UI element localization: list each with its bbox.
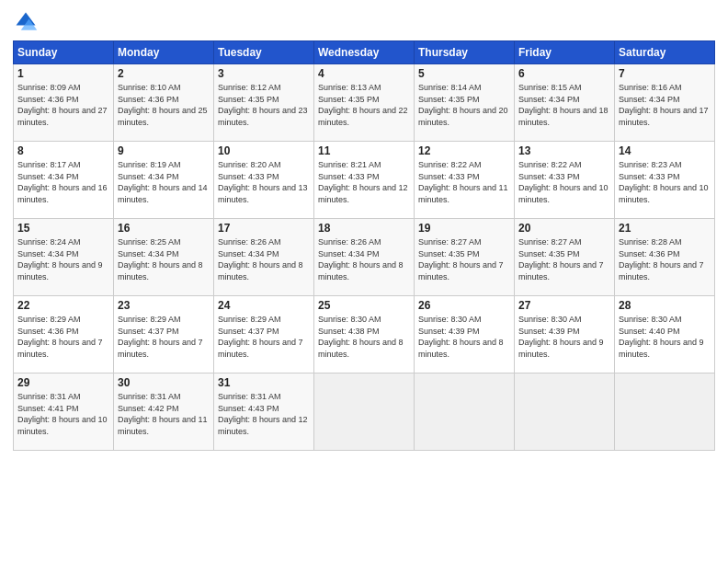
day-info: Sunrise: 8:15 AMSunset: 4:34 PMDaylight:… (518, 82, 610, 128)
calendar-table: SundayMondayTuesdayWednesdayThursdayFrid… (13, 40, 715, 451)
day-info: Sunrise: 8:20 AMSunset: 4:33 PMDaylight:… (218, 159, 310, 205)
day-info: Sunrise: 8:30 AMSunset: 4:39 PMDaylight:… (518, 314, 610, 360)
day-info: Sunrise: 8:26 AMSunset: 4:34 PMDaylight:… (318, 236, 410, 282)
calendar-cell: 9Sunrise: 8:19 AMSunset: 4:34 PMDaylight… (114, 142, 214, 219)
day-number: 20 (518, 222, 610, 235)
day-info: Sunrise: 8:19 AMSunset: 4:34 PMDaylight:… (118, 159, 210, 205)
day-number: 15 (17, 222, 109, 235)
day-number: 30 (118, 376, 210, 389)
calendar-cell: 27Sunrise: 8:30 AMSunset: 4:39 PMDayligh… (515, 296, 615, 373)
day-info: Sunrise: 8:21 AMSunset: 4:33 PMDaylight:… (318, 159, 410, 205)
day-info: Sunrise: 8:10 AMSunset: 4:36 PMDaylight:… (118, 82, 210, 128)
day-number: 7 (619, 67, 711, 80)
day-info: Sunrise: 8:26 AMSunset: 4:34 PMDaylight:… (218, 236, 310, 282)
calendar-cell: 1Sunrise: 8:09 AMSunset: 4:36 PMDaylight… (14, 64, 114, 142)
calendar-row: 15Sunrise: 8:24 AMSunset: 4:34 PMDayligh… (14, 219, 715, 296)
calendar-cell (615, 373, 715, 451)
calendar-cell (314, 373, 415, 451)
header (13, 9, 715, 35)
calendar-cell: 6Sunrise: 8:15 AMSunset: 4:34 PMDaylight… (515, 64, 615, 142)
day-info: Sunrise: 8:24 AMSunset: 4:34 PMDaylight:… (17, 236, 109, 282)
page: SundayMondayTuesdayWednesdayThursdayFrid… (0, 0, 728, 563)
calendar-cell: 23Sunrise: 8:29 AMSunset: 4:37 PMDayligh… (114, 296, 214, 373)
day-number: 31 (218, 376, 310, 389)
day-info: Sunrise: 8:28 AMSunset: 4:36 PMDaylight:… (619, 236, 711, 282)
calendar-cell: 21Sunrise: 8:28 AMSunset: 4:36 PMDayligh… (615, 219, 715, 296)
day-info: Sunrise: 8:14 AMSunset: 4:35 PMDaylight:… (418, 82, 510, 128)
day-number: 4 (318, 67, 410, 80)
calendar-row: 8Sunrise: 8:17 AMSunset: 4:34 PMDaylight… (14, 142, 715, 219)
calendar-cell: 7Sunrise: 8:16 AMSunset: 4:34 PMDaylight… (615, 64, 715, 142)
day-number: 27 (518, 299, 610, 312)
weekday-header: Thursday (415, 41, 515, 64)
day-number: 1 (17, 67, 109, 80)
calendar-cell: 31Sunrise: 8:31 AMSunset: 4:43 PMDayligh… (214, 373, 314, 451)
day-number: 6 (518, 67, 610, 80)
day-number: 13 (518, 144, 610, 157)
day-number: 2 (118, 67, 210, 80)
day-number: 25 (318, 299, 410, 312)
weekday-header: Friday (515, 41, 615, 64)
day-info: Sunrise: 8:23 AMSunset: 4:33 PMDaylight:… (619, 159, 711, 205)
day-info: Sunrise: 8:13 AMSunset: 4:35 PMDaylight:… (318, 82, 410, 128)
logo (13, 9, 42, 35)
day-number: 19 (418, 222, 510, 235)
day-number: 22 (17, 299, 109, 312)
calendar-cell: 22Sunrise: 8:29 AMSunset: 4:36 PMDayligh… (14, 296, 114, 373)
day-info: Sunrise: 8:27 AMSunset: 4:35 PMDaylight:… (418, 236, 510, 282)
day-info: Sunrise: 8:27 AMSunset: 4:35 PMDaylight:… (518, 236, 610, 282)
day-info: Sunrise: 8:17 AMSunset: 4:34 PMDaylight:… (17, 159, 109, 205)
day-info: Sunrise: 8:25 AMSunset: 4:34 PMDaylight:… (118, 236, 210, 282)
calendar-cell: 24Sunrise: 8:29 AMSunset: 4:37 PMDayligh… (214, 296, 314, 373)
calendar-cell: 5Sunrise: 8:14 AMSunset: 4:35 PMDaylight… (415, 64, 515, 142)
day-number: 23 (118, 299, 210, 312)
day-number: 21 (619, 222, 711, 235)
day-number: 26 (418, 299, 510, 312)
day-info: Sunrise: 8:30 AMSunset: 4:40 PMDaylight:… (619, 314, 711, 360)
day-info: Sunrise: 8:22 AMSunset: 4:33 PMDaylight:… (518, 159, 610, 205)
day-info: Sunrise: 8:29 AMSunset: 4:37 PMDaylight:… (118, 314, 210, 360)
day-info: Sunrise: 8:30 AMSunset: 4:39 PMDaylight:… (418, 314, 510, 360)
calendar-cell: 10Sunrise: 8:20 AMSunset: 4:33 PMDayligh… (214, 142, 314, 219)
day-info: Sunrise: 8:16 AMSunset: 4:34 PMDaylight:… (619, 82, 711, 128)
day-info: Sunrise: 8:09 AMSunset: 4:36 PMDaylight:… (17, 82, 109, 128)
calendar-cell: 15Sunrise: 8:24 AMSunset: 4:34 PMDayligh… (14, 219, 114, 296)
weekday-header: Monday (114, 41, 214, 64)
calendar-cell: 28Sunrise: 8:30 AMSunset: 4:40 PMDayligh… (615, 296, 715, 373)
day-info: Sunrise: 8:31 AMSunset: 4:43 PMDaylight:… (218, 391, 310, 437)
calendar-body: 1Sunrise: 8:09 AMSunset: 4:36 PMDaylight… (14, 64, 715, 451)
day-number: 11 (318, 144, 410, 157)
day-info: Sunrise: 8:31 AMSunset: 4:42 PMDaylight:… (118, 391, 210, 437)
day-number: 5 (418, 67, 510, 80)
calendar-cell: 8Sunrise: 8:17 AMSunset: 4:34 PMDaylight… (14, 142, 114, 219)
calendar-cell: 2Sunrise: 8:10 AMSunset: 4:36 PMDaylight… (114, 64, 214, 142)
day-number: 12 (418, 144, 510, 157)
day-info: Sunrise: 8:12 AMSunset: 4:35 PMDaylight:… (218, 82, 310, 128)
calendar-cell: 14Sunrise: 8:23 AMSunset: 4:33 PMDayligh… (615, 142, 715, 219)
day-number: 10 (218, 144, 310, 157)
day-number: 18 (318, 222, 410, 235)
calendar-cell: 17Sunrise: 8:26 AMSunset: 4:34 PMDayligh… (214, 219, 314, 296)
weekday-header: Saturday (615, 41, 715, 64)
calendar-row: 1Sunrise: 8:09 AMSunset: 4:36 PMDaylight… (14, 64, 715, 142)
calendar-cell: 18Sunrise: 8:26 AMSunset: 4:34 PMDayligh… (314, 219, 415, 296)
day-info: Sunrise: 8:22 AMSunset: 4:33 PMDaylight:… (418, 159, 510, 205)
calendar-row: 29Sunrise: 8:31 AMSunset: 4:41 PMDayligh… (14, 373, 715, 451)
calendar-cell (515, 373, 615, 451)
weekday-header: Sunday (14, 41, 114, 64)
calendar-cell: 13Sunrise: 8:22 AMSunset: 4:33 PMDayligh… (515, 142, 615, 219)
weekday-header: Tuesday (214, 41, 314, 64)
day-info: Sunrise: 8:31 AMSunset: 4:41 PMDaylight:… (17, 391, 109, 437)
day-number: 17 (218, 222, 310, 235)
calendar-cell: 26Sunrise: 8:30 AMSunset: 4:39 PMDayligh… (415, 296, 515, 373)
calendar-cell (415, 373, 515, 451)
calendar-row: 22Sunrise: 8:29 AMSunset: 4:36 PMDayligh… (14, 296, 715, 373)
day-number: 28 (619, 299, 711, 312)
calendar-cell: 12Sunrise: 8:22 AMSunset: 4:33 PMDayligh… (415, 142, 515, 219)
day-number: 14 (619, 144, 711, 157)
day-number: 9 (118, 144, 210, 157)
day-info: Sunrise: 8:29 AMSunset: 4:36 PMDaylight:… (17, 314, 109, 360)
calendar-cell: 30Sunrise: 8:31 AMSunset: 4:42 PMDayligh… (114, 373, 214, 451)
calendar-cell: 19Sunrise: 8:27 AMSunset: 4:35 PMDayligh… (415, 219, 515, 296)
day-number: 3 (218, 67, 310, 80)
